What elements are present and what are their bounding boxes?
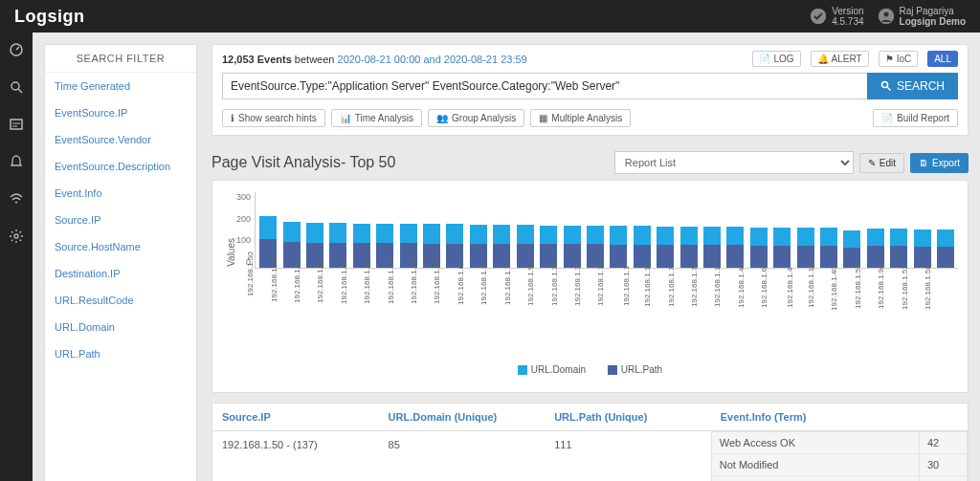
tag-log[interactable]: 📄 LOG [752, 51, 800, 67]
filter-item[interactable]: URL.Domain [45, 314, 196, 340]
build-report-button[interactable]: 📄 Build Report [873, 109, 958, 127]
wifi-icon[interactable] [9, 191, 24, 209]
tag-ioc[interactable]: ⚑ IoC [879, 51, 919, 67]
filter-item[interactable]: Source.IP [45, 207, 196, 233]
table-header[interactable]: URL.Domain (Unique) [379, 404, 546, 431]
filter-item[interactable]: Time Generated [45, 73, 196, 99]
table-header[interactable]: Event.Info (Term) [711, 404, 968, 431]
tag-alert[interactable]: 🔔 ALERT [811, 51, 869, 67]
report-icon[interactable] [9, 117, 24, 135]
version-block: Version4.5.734 [811, 6, 863, 27]
bar[interactable]: 192.168.1.4 [796, 228, 813, 268]
report-list-select[interactable]: Report List [614, 151, 854, 174]
user-block[interactable]: Raj PagariyaLogsign Demo [879, 6, 966, 27]
filter-item[interactable]: Event.Info [45, 180, 196, 207]
bar[interactable]: 192.168.1.10 [820, 228, 837, 268]
table-header[interactable]: Source.IP [212, 404, 379, 431]
filter-title: SEARCH FILTER [45, 45, 196, 73]
alert-icon[interactable] [9, 154, 24, 172]
svg-point-2 [883, 12, 888, 17]
bar[interactable]: 192.168.1.57 [867, 229, 884, 268]
query-card: 12,053 Events between 2020-08-21 00:00 a… [212, 44, 969, 136]
filter-item[interactable]: Destination.IP [45, 260, 196, 287]
filter-item[interactable]: EventSource.IP [45, 99, 196, 126]
tag-all[interactable]: ALL [927, 51, 958, 67]
check-icon [811, 9, 826, 24]
svg-point-7 [881, 82, 887, 88]
filter-item[interactable]: Source.HostName [45, 233, 196, 260]
table-row: 192.168.1.50 - (137) 85 111 Web Access O… [212, 430, 968, 481]
search-input[interactable] [222, 73, 867, 99]
data-table: Source.IPURL.Domain (Unique)URL.Path (Un… [212, 403, 969, 482]
bar[interactable]: 192.168.1.40 [843, 230, 860, 268]
dashboard-icon[interactable] [9, 42, 24, 60]
bar[interactable]: 192.168.1.62 [773, 228, 791, 268]
search-button[interactable]: SEARCH [867, 73, 958, 99]
chart-card: Values 3002001000 192.168.1.50192.168.1.… [212, 180, 969, 393]
bar[interactable]: 192.168.1.56 [937, 230, 954, 268]
search-filter-panel: SEARCH FILTER Time GeneratedEventSource.… [44, 44, 197, 481]
filter-item[interactable]: URL.Path [45, 340, 196, 367]
page-title: Page Visit Analysis- Top 50 [212, 154, 395, 171]
filter-item[interactable]: EventSource.Vendor [45, 126, 196, 153]
settings-icon[interactable] [9, 229, 24, 247]
filter-item[interactable]: URL.ResultCode [45, 287, 196, 314]
time-analysis-button[interactable]: 📊 Time Analysis [331, 109, 422, 127]
table-header[interactable]: URL.Path (Unique) [545, 404, 711, 431]
svg-point-6 [14, 234, 18, 238]
nav-rail [0, 33, 33, 481]
filter-item[interactable]: EventSource.Description [45, 153, 196, 180]
user-icon [879, 9, 894, 24]
show-hints-button[interactable]: ℹ Show search hints [222, 109, 325, 127]
bar[interactable]: 192.168.1.52 [913, 230, 930, 268]
logo: Logsign [14, 7, 85, 27]
y-axis-label: Values [222, 238, 236, 267]
bar[interactable]: 192.168.1.49 [750, 228, 768, 268]
search-icon[interactable] [9, 79, 24, 98]
chart-legend: URL.Domain URL.Path [222, 359, 958, 383]
edit-button[interactable]: ✎ Edit [859, 153, 904, 173]
export-button[interactable]: 🗎 Export [910, 153, 969, 173]
svg-point-4 [11, 82, 19, 90]
multiple-analysis-button[interactable]: ▦ Multiple Analysis [530, 109, 631, 127]
group-analysis-button[interactable]: 👥 Group Analysis [428, 109, 524, 127]
bar[interactable]: 192.168.1.96 [890, 229, 907, 268]
bar[interactable]: 192.168.1.15 [726, 227, 744, 268]
svg-rect-5 [11, 120, 22, 129]
bar[interactable]: 192.168.1.77 [610, 226, 627, 268]
event-count: 12,053 Events between 2020-08-21 00:00 a… [222, 54, 527, 65]
bar-chart: 192.168.1.50192.168.1.75192.168.1.16192.… [255, 192, 958, 269]
